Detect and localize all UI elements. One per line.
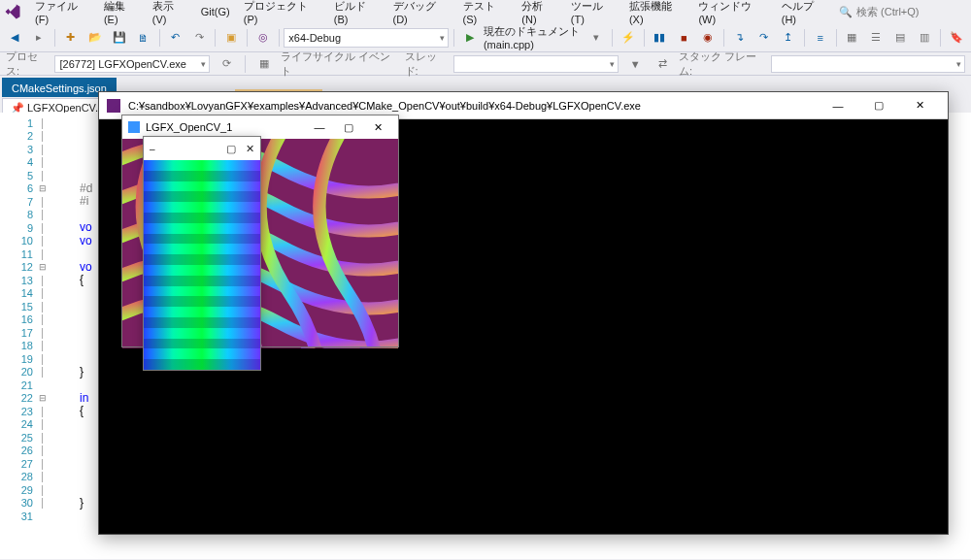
separator (612, 29, 613, 47)
code-content: #d #i vo vo vo { } in { } (80, 116, 92, 523)
list-icon[interactable]: ☰ (865, 27, 887, 49)
nav-back-button[interactable]: ◀ (4, 27, 25, 49)
undo-button[interactable]: ↶ (164, 27, 185, 49)
maximize-button[interactable]: ▢ (858, 93, 899, 118)
maximize-button[interactable]: ▢ (334, 115, 363, 140)
separator (245, 55, 246, 73)
debug-process-bar: プロセス: [26772] LGFXOpenCV.exe ⟳ ▦ ライフサイクル… (0, 52, 971, 76)
menu-bar: ファイル(F) 編集(E) 表示(V) Git(G) プロジェクト(P) ビルド… (0, 0, 971, 23)
toggle-icon[interactable]: ⇄ (652, 53, 673, 75)
open-button[interactable]: 📂 (84, 27, 106, 49)
inner-canvas (144, 160, 260, 370)
separator (279, 29, 280, 47)
thread-combo[interactable] (453, 55, 619, 73)
separator (804, 29, 805, 47)
inner-titlebar[interactable]: – ▢ ✕ (144, 137, 260, 160)
process-label: プロセス: (6, 49, 49, 79)
stop-button[interactable]: ■ (673, 27, 694, 49)
vs-logo-icon (4, 3, 21, 20)
layout2-icon[interactable]: ▥ (914, 27, 935, 49)
process-combo[interactable]: [26772] LGFXOpenCV.exe (54, 55, 210, 73)
record-button[interactable]: ◉ (697, 27, 719, 49)
separator (453, 29, 454, 47)
menu-build[interactable]: ビルド(B) (328, 0, 385, 28)
menu-help[interactable]: ヘルプ(H) (776, 0, 833, 28)
save-all-button[interactable]: 🗎 (133, 27, 154, 49)
dropdown-icon[interactable]: ▾ (586, 27, 607, 49)
maximize-button[interactable]: ▢ (226, 143, 236, 155)
lifecycle-icon[interactable]: ▦ (253, 53, 275, 75)
lgfx-app-icon (128, 121, 140, 133)
sync-icon[interactable]: ◎ (252, 27, 274, 49)
menu-view[interactable]: 表示(V) (147, 0, 193, 28)
stackframe-label: スタック フレーム: (679, 49, 765, 79)
inner-window[interactable]: – ▢ ✕ (143, 136, 261, 371)
minimize-button[interactable]: — (818, 93, 858, 118)
folder-icon[interactable]: ▣ (220, 27, 242, 49)
menu-edit[interactable]: 編集(E) (98, 0, 145, 28)
start-debug-button[interactable]: ▶ (459, 27, 481, 49)
nav-fwd-button[interactable]: ▸ (28, 27, 50, 49)
menu-file[interactable]: ファイル(F) (29, 0, 96, 28)
console-title-text: C:¥sandbox¥LovyanGFX¥examples¥Advanced¥C… (128, 100, 641, 112)
console-app-icon (107, 99, 120, 113)
menu-debug[interactable]: デバッグ(D) (387, 0, 455, 28)
separator (215, 29, 216, 47)
inner-min-icon[interactable]: – (150, 144, 155, 154)
menu-git[interactable]: Git(G) (195, 3, 236, 20)
window-controls: — ▢ ✕ (818, 93, 940, 118)
lgfx-title-text: LGFX_OpenCV_1 (146, 121, 232, 133)
separator (247, 29, 248, 47)
search-input[interactable] (856, 6, 963, 17)
bookmark-icon[interactable]: 🔖 (946, 27, 967, 49)
menu-extensions[interactable]: 拡張機能(X) (623, 0, 691, 28)
lifecycle-label: ライフサイクル イベント (281, 49, 394, 79)
doc-label: 現在のドキュメント (main.cpp) (484, 24, 583, 50)
editor-gutter: 1│2│3│4│5│6⊟7│8│9│10│11│12⊟13│14│15│16│1… (0, 113, 56, 559)
refresh-icon[interactable]: ⟳ (216, 53, 237, 75)
lightning-icon[interactable]: ⚡ (618, 27, 639, 49)
close-button[interactable]: ✕ (246, 143, 254, 155)
menu-project[interactable]: プロジェクト(P) (238, 0, 326, 28)
menu-window[interactable]: ウィンドウ(W) (692, 0, 773, 28)
close-button[interactable]: ✕ (363, 115, 392, 140)
search-icon: 🔍 (839, 6, 853, 18)
step-out-button[interactable]: ↥ (778, 27, 799, 49)
stackframe-combo[interactable] (771, 55, 965, 73)
config-combo[interactable]: x64-Debug (284, 28, 449, 48)
pause-button[interactable]: ▮▮ (649, 27, 670, 49)
thread-label: スレッド: (405, 49, 448, 79)
toggle-button[interactable]: ≡ (810, 27, 831, 49)
step-over-button[interactable]: ↷ (753, 27, 775, 49)
filter-icon[interactable]: ▼ (624, 53, 646, 75)
minimize-button[interactable]: — (305, 115, 334, 140)
separator (723, 29, 724, 47)
separator (940, 29, 941, 47)
close-button[interactable]: ✕ (899, 93, 940, 118)
new-button[interactable]: ✚ (60, 27, 82, 49)
layout-icon[interactable]: ▤ (889, 27, 911, 49)
redo-button[interactable]: ↷ (188, 27, 210, 49)
search-box[interactable]: 🔍 (835, 4, 967, 20)
step-into-button[interactable]: ↴ (729, 27, 751, 49)
separator (159, 29, 160, 47)
separator (644, 29, 645, 47)
separator (54, 29, 55, 47)
grid-icon[interactable]: ▦ (841, 27, 862, 49)
separator (836, 29, 837, 47)
save-button[interactable]: 💾 (109, 27, 130, 49)
window-controls: — ▢ ✕ (305, 115, 392, 140)
toolbar: ◀ ▸ ✚ 📂 💾 🗎 ↶ ↷ ▣ ◎ x64-Debug ▶ 現在のドキュメン… (0, 23, 971, 52)
